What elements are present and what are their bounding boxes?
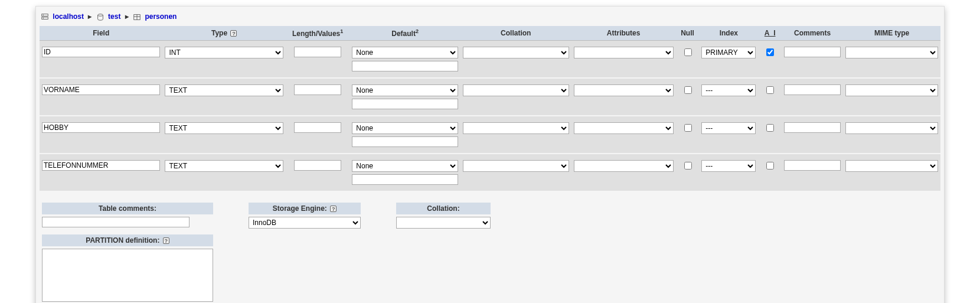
- field-name-input[interactable]: [42, 122, 160, 133]
- comments-input[interactable]: [784, 160, 841, 171]
- index-select[interactable]: ---: [701, 84, 756, 96]
- default-select[interactable]: None: [352, 47, 458, 58]
- chevron-right-icon: ▸: [125, 12, 129, 21]
- default-extra-input[interactable]: [352, 99, 458, 109]
- table-icon: [133, 13, 141, 21]
- svg-rect-0: [42, 14, 48, 17]
- null-checkbox[interactable]: [684, 48, 692, 56]
- default-select[interactable]: None: [352, 122, 458, 134]
- header-default: Default2: [349, 26, 460, 41]
- type-select[interactable]: TEXT: [165, 122, 283, 134]
- partition-textarea[interactable]: [42, 249, 213, 302]
- collation-section: Collation:: [396, 203, 491, 229]
- default-extra-input[interactable]: [352, 136, 458, 147]
- svg-rect-1: [42, 17, 48, 19]
- breadcrumb: localhost ▸ test ▸ personen: [40, 10, 940, 26]
- table-row: TEXTNone---: [40, 116, 940, 154]
- table-comments-section: Table comments: PARTITION definition: ?: [42, 203, 213, 302]
- comments-input[interactable]: [784, 122, 841, 133]
- mime-select[interactable]: [845, 84, 938, 96]
- table-collation-select[interactable]: [396, 217, 491, 229]
- storage-engine-label: Storage Engine: ?: [249, 203, 361, 214]
- length-input[interactable]: [294, 47, 341, 57]
- help-icon[interactable]: ?: [230, 30, 237, 37]
- header-mime: MIME type: [843, 26, 940, 41]
- table-row: TEXTNone---: [40, 154, 940, 192]
- field-name-input[interactable]: [42, 160, 160, 171]
- mime-select[interactable]: [845, 122, 938, 134]
- field-name-input[interactable]: [42, 84, 160, 95]
- svg-point-2: [43, 15, 44, 15]
- null-checkbox[interactable]: [684, 86, 692, 94]
- header-field: Field: [40, 26, 162, 41]
- type-select[interactable]: TEXT: [165, 160, 283, 172]
- index-select[interactable]: PRIMARY: [701, 47, 756, 58]
- default-extra-input[interactable]: [352, 61, 458, 71]
- svg-point-3: [43, 18, 44, 18]
- attributes-select[interactable]: [574, 160, 674, 172]
- table-collation-label: Collation:: [396, 203, 491, 214]
- help-icon[interactable]: ?: [330, 206, 337, 212]
- default-select[interactable]: None: [352, 160, 458, 172]
- collation-select[interactable]: [463, 47, 569, 58]
- comments-input[interactable]: [784, 84, 841, 95]
- auto-increment-checkbox[interactable]: [766, 48, 774, 56]
- header-index: Index: [699, 26, 758, 41]
- breadcrumb-database-link[interactable]: test: [108, 12, 120, 21]
- attributes-select[interactable]: [574, 84, 674, 96]
- auto-increment-checkbox[interactable]: [766, 124, 774, 132]
- attributes-select[interactable]: [574, 122, 674, 134]
- header-comments: Comments: [782, 26, 843, 41]
- storage-engine-select[interactable]: InnoDB: [249, 217, 361, 229]
- header-collation: Collation: [460, 26, 571, 41]
- header-attributes: Attributes: [571, 26, 676, 41]
- default-select[interactable]: None: [352, 84, 458, 96]
- type-select[interactable]: INT: [165, 47, 283, 58]
- attributes-select[interactable]: [574, 47, 674, 58]
- database-icon: [96, 13, 104, 21]
- collation-select[interactable]: [463, 122, 569, 134]
- table-comments-label: Table comments:: [42, 203, 213, 214]
- comments-input[interactable]: [784, 47, 841, 57]
- breadcrumb-table-link[interactable]: personen: [145, 12, 177, 21]
- auto-increment-checkbox[interactable]: [766, 162, 774, 170]
- index-select[interactable]: ---: [701, 160, 756, 172]
- table-row: TEXTNone---: [40, 79, 940, 116]
- chevron-right-icon: ▸: [88, 12, 92, 21]
- collation-select[interactable]: [463, 160, 569, 172]
- help-icon[interactable]: ?: [163, 237, 169, 244]
- header-ai: A_I: [758, 26, 782, 41]
- columns-table: Field Type ? Length/Values1 Default2 Col…: [40, 26, 940, 192]
- table-row: INTNonePRIMARY: [40, 41, 940, 79]
- partition-label: PARTITION definition: ?: [42, 234, 213, 246]
- type-select[interactable]: TEXT: [165, 84, 283, 96]
- null-checkbox[interactable]: [684, 162, 692, 170]
- header-null: Null: [676, 26, 700, 41]
- header-type: Type ?: [162, 26, 285, 41]
- auto-increment-checkbox[interactable]: [766, 86, 774, 94]
- length-input[interactable]: [294, 84, 341, 95]
- index-select[interactable]: ---: [701, 122, 756, 134]
- table-comments-input[interactable]: [42, 217, 190, 227]
- storage-engine-section: Storage Engine: ? InnoDB: [249, 203, 361, 229]
- default-extra-input[interactable]: [352, 174, 458, 185]
- mime-select[interactable]: [845, 160, 938, 172]
- length-input[interactable]: [294, 122, 341, 133]
- columns-header-row: Field Type ? Length/Values1 Default2 Col…: [40, 26, 940, 41]
- svg-point-4: [97, 14, 103, 17]
- header-length: Length/Values1: [286, 26, 349, 41]
- breadcrumb-server-link[interactable]: localhost: [53, 12, 84, 21]
- server-icon: [41, 13, 49, 21]
- length-input[interactable]: [294, 160, 341, 171]
- null-checkbox[interactable]: [684, 124, 692, 132]
- mime-select[interactable]: [845, 47, 938, 58]
- field-name-input[interactable]: [42, 47, 160, 57]
- collation-select[interactable]: [463, 84, 569, 96]
